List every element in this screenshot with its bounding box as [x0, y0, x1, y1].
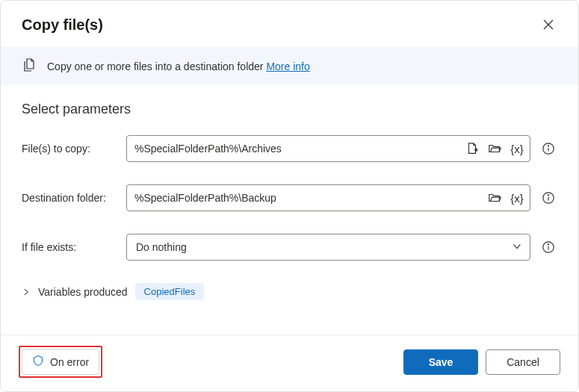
variable-badge-copiedfiles[interactable]: CopiedFiles [135, 283, 205, 300]
select-if-file-exists[interactable]: Do nothing [126, 234, 530, 261]
section-title: Select parameters [22, 102, 557, 117]
row-destination-folder: Destination folder: {x} [22, 184, 557, 211]
close-icon [542, 19, 554, 31]
chevron-down-icon [512, 241, 522, 254]
select-file-icon[interactable] [464, 140, 480, 157]
svg-point-12 [548, 244, 548, 245]
row-if-file-exists: If file exists: Do nothing [22, 234, 557, 261]
dialog-footer: On error Save Cancel [1, 335, 578, 391]
label-destination-folder: Destination folder: [22, 192, 126, 204]
on-error-label: On error [50, 356, 89, 368]
info-banner-text: Copy one or more files into a destinatio… [47, 60, 310, 72]
input-destination-folder[interactable] [134, 192, 486, 204]
label-if-file-exists: If file exists: [22, 241, 126, 253]
expand-variables-toggle[interactable] [22, 287, 31, 296]
info-banner: Copy one or more files into a destinatio… [1, 47, 578, 85]
select-variable-icon[interactable]: {x} [509, 140, 525, 157]
select-variable-icon[interactable]: {x} [509, 190, 525, 206]
label-files-to-copy: File(s) to copy: [22, 143, 126, 155]
select-folder-icon[interactable] [486, 140, 503, 157]
dialog-header: Copy file(s) [1, 1, 578, 47]
on-error-button[interactable]: On error [22, 349, 99, 375]
input-destination-folder-wrap: {x} [126, 184, 530, 211]
input-files-to-copy[interactable] [134, 143, 464, 155]
shield-icon [32, 355, 44, 369]
svg-point-9 [548, 195, 548, 196]
select-folder-icon[interactable] [486, 190, 503, 206]
copy-files-icon [22, 57, 37, 75]
label-variables-produced: Variables produced [38, 286, 128, 298]
input-files-to-copy-wrap: {x} [126, 135, 530, 162]
footer-actions: Save Cancel [403, 349, 560, 375]
dialog-description: Copy one or more files into a destinatio… [47, 60, 264, 72]
info-files-to-copy[interactable] [539, 140, 557, 158]
more-info-link[interactable]: More info [266, 60, 309, 72]
row-files-to-copy: File(s) to copy: {x} [22, 135, 557, 162]
dialog-title: Copy file(s) [22, 16, 103, 34]
select-if-file-exists-value: Do nothing [136, 241, 187, 253]
save-button[interactable]: Save [403, 349, 478, 375]
svg-point-6 [548, 146, 548, 146]
info-if-file-exists[interactable] [539, 238, 557, 256]
close-button[interactable] [536, 13, 560, 37]
row-variables-produced: Variables produced CopiedFiles [22, 283, 557, 300]
cancel-button[interactable]: Cancel [486, 349, 560, 375]
info-destination-folder[interactable] [539, 189, 557, 207]
dialog-content: Select parameters File(s) to copy: {x} [1, 85, 578, 335]
on-error-highlight: On error [19, 346, 102, 378]
